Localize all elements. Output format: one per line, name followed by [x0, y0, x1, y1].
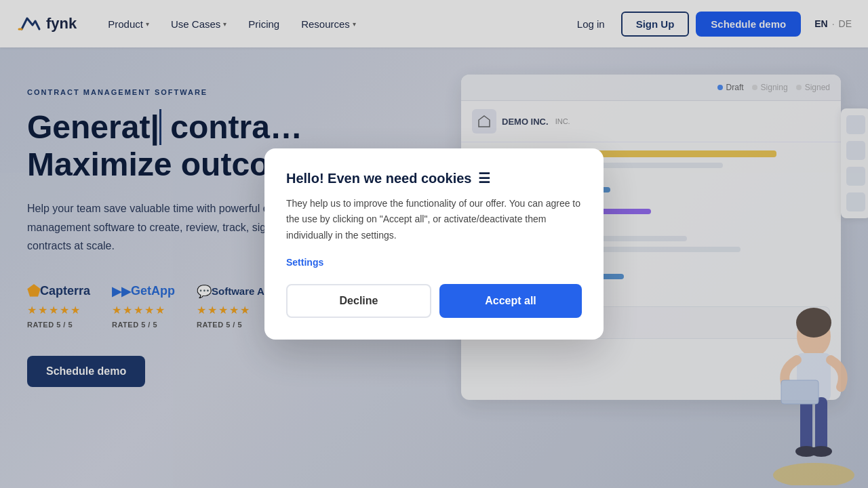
cookie-modal: Hello! Even we need cookies ☰ They help … — [264, 148, 604, 339]
cookie-overlay: Hello! Even we need cookies ☰ They help … — [0, 0, 868, 488]
cookie-settings-link[interactable]: Settings — [286, 257, 582, 268]
menu-icon: ☰ — [478, 170, 490, 186]
cookie-actions: Decline Accept all — [286, 284, 582, 318]
accept-all-button[interactable]: Accept all — [439, 284, 582, 318]
cookie-body-text: They help us to improve the functionalit… — [286, 196, 582, 243]
decline-button[interactable]: Decline — [286, 284, 431, 318]
cookie-title: Hello! Even we need cookies ☰ — [286, 170, 582, 186]
